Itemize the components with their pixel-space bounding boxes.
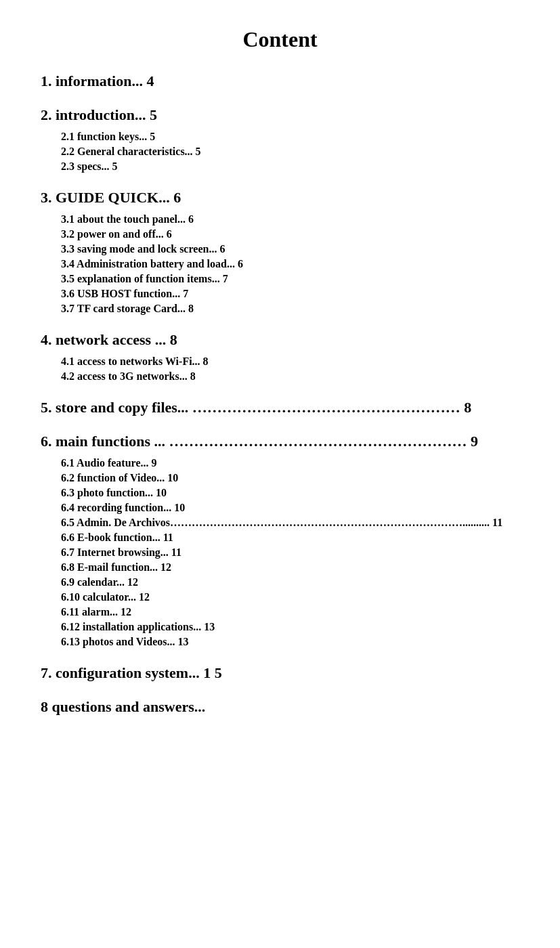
sub-item-s2-2: 2.3 specs... 5 (61, 160, 519, 173)
section-s6: 6. main functions ... ………………………………………………… (41, 433, 519, 648)
section-s5: 5. store and copy files... …………………………………… (41, 399, 519, 416)
sub-item-s6-8: 6.9 calendar... 12 (61, 576, 519, 588)
sub-item-s3-3: 3.4 Administration battery and load... 6 (61, 258, 519, 270)
section-heading-s4: 4. network access ... 8 (41, 331, 519, 349)
sub-item-s6-6: 6.7 Internet browsing... 11 (61, 546, 519, 559)
sub-item-s4-0: 4.1 access to networks Wi-Fi... 8 (61, 356, 519, 368)
sub-item-s3-2: 3.3 saving mode and lock screen... 6 (61, 243, 519, 255)
sub-item-s3-0: 3.1 about the touch panel... 6 (61, 213, 519, 225)
sub-item-s6-1: 6.2 function of Video... 10 (61, 472, 519, 484)
section-heading-s1: 1. information... 4 (41, 72, 519, 90)
toc-container: 1. information... 42. introduction... 52… (41, 72, 519, 716)
section-heading-s3: 3. GUIDE QUICK... 6 (41, 189, 519, 207)
section-heading-s6: 6. main functions ... ………………………………………………… (41, 433, 519, 450)
section-s1: 1. information... 4 (41, 72, 519, 90)
sub-item-s4-1: 4.2 access to 3G networks... 8 (61, 370, 519, 383)
sub-item-s6-0: 6.1 Audio feature... 9 (61, 457, 519, 469)
sub-item-s6-4: 6.5 Admin. De Archivos………………………………………………… (61, 517, 519, 529)
section-s2: 2. introduction... 52.1 function keys...… (41, 106, 519, 173)
section-s8: 8 questions and answers... (41, 698, 519, 716)
sub-item-s3-5: 3.6 USB HOST function... 7 (61, 288, 519, 300)
sub-item-s6-10: 6.11 alarm... 12 (61, 606, 519, 618)
sub-item-s3-6: 3.7 TF card storage Card... 8 (61, 303, 519, 315)
sub-item-s3-4: 3.5 explanation of function items... 7 (61, 273, 519, 285)
section-heading-s8: 8 questions and answers... (41, 698, 519, 716)
sub-item-s6-7: 6.8 E-mail function... 12 (61, 561, 519, 574)
sub-item-s2-0: 2.1 function keys... 5 (61, 131, 519, 143)
sub-item-s6-12: 6.13 photos and Videos... 13 (61, 636, 519, 648)
sub-item-s6-2: 6.3 photo function... 10 (61, 487, 519, 499)
section-s3: 3. GUIDE QUICK... 63.1 about the touch p… (41, 189, 519, 315)
section-s4: 4. network access ... 84.1 access to net… (41, 331, 519, 383)
sub-item-s2-1: 2.2 General characteristics... 5 (61, 146, 519, 158)
sub-item-s6-9: 6.10 calculator... 12 (61, 591, 519, 603)
sub-item-s6-3: 6.4 recording function... 10 (61, 502, 519, 514)
sub-item-s6-11: 6.12 installation applications... 13 (61, 621, 519, 633)
section-heading-s7: 7. configuration system... 1 5 (41, 664, 519, 682)
section-heading-s5: 5. store and copy files... …………………………………… (41, 399, 519, 416)
sub-item-s3-1: 3.2 power on and off... 6 (61, 228, 519, 240)
sub-item-s6-5: 6.6 E-book function... 11 (61, 532, 519, 544)
section-s7: 7. configuration system... 1 5 (41, 664, 519, 682)
page-title: Content (41, 27, 519, 52)
section-heading-s2: 2. introduction... 5 (41, 106, 519, 124)
